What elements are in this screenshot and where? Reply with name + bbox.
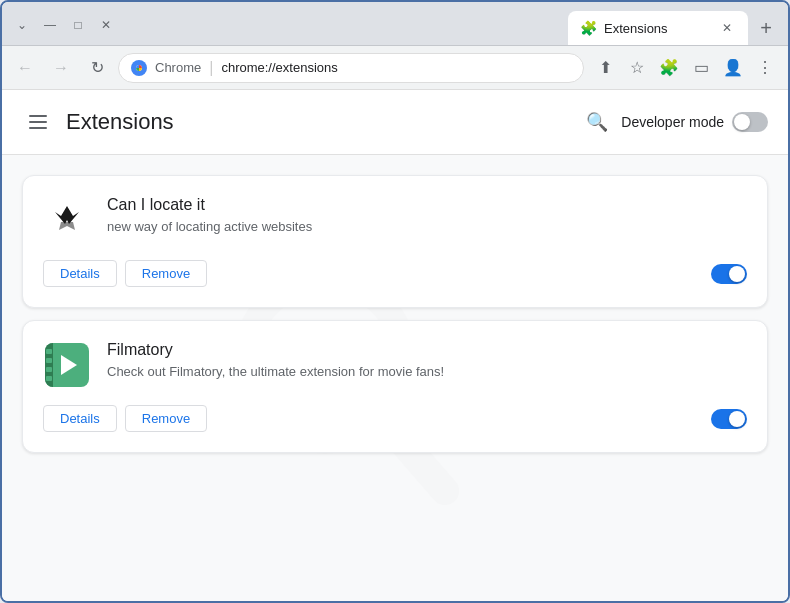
- reload-button[interactable]: ↻: [82, 53, 112, 83]
- film-hole: [46, 358, 52, 363]
- remove-button[interactable]: Remove: [125, 260, 207, 287]
- nav-actions: ⬆ ☆ 🧩 ▭ 👤 ⋮: [590, 53, 780, 83]
- browser-window: ⌄ — □ ✕ 🧩 Extensions ✕ + ← → ↻: [0, 0, 790, 603]
- developer-mode-toggle[interactable]: [732, 112, 768, 132]
- tab-favicon-icon: 🧩: [580, 20, 596, 36]
- card-bottom: Details Remove: [43, 405, 747, 432]
- film-hole: [46, 367, 52, 372]
- play-icon: [61, 355, 77, 375]
- extension-icon: [43, 196, 91, 244]
- extension-card: Filmatory Check out Filmatory, the ultim…: [22, 320, 768, 453]
- extension-toggle[interactable]: [711, 409, 747, 429]
- address-separator: |: [209, 59, 213, 77]
- toggle-on-thumb: [729, 411, 745, 427]
- page-content: Extensions 🔍 Developer mode riaA.com: [2, 90, 788, 601]
- extension-icon: [43, 341, 91, 389]
- browser-name: Chrome: [155, 60, 201, 75]
- chrome-logo: [131, 60, 147, 76]
- tab-title: Extensions: [604, 21, 710, 36]
- dropdown-btn[interactable]: ⌄: [10, 13, 34, 37]
- title-bar: ⌄ — □ ✕ 🧩 Extensions ✕ +: [2, 2, 788, 46]
- minimize-btn[interactable]: —: [38, 13, 62, 37]
- extensions-header: Extensions 🔍 Developer mode: [2, 90, 788, 155]
- sidebar-icon[interactable]: ▭: [686, 53, 716, 83]
- hamburger-line-3: [29, 127, 47, 129]
- details-button[interactable]: Details: [43, 405, 117, 432]
- nav-bar: ← → ↻ Chrome | chrome://extensions ⬆ ☆ 🧩…: [2, 46, 788, 90]
- extension-toggle[interactable]: [711, 264, 747, 284]
- tab-close-icon[interactable]: ✕: [718, 19, 736, 37]
- search-button[interactable]: 🔍: [581, 106, 613, 138]
- forward-button[interactable]: →: [46, 53, 76, 83]
- hamburger-menu-button[interactable]: [22, 106, 54, 138]
- toggle-on-thumb: [729, 266, 745, 282]
- share-icon[interactable]: ⬆: [590, 53, 620, 83]
- extension-info: Filmatory Check out Filmatory, the ultim…: [107, 341, 747, 381]
- extensions-list: Can I locate it new way of locating acti…: [2, 155, 788, 473]
- new-tab-button[interactable]: +: [752, 14, 780, 42]
- developer-mode-label: Developer mode: [621, 114, 724, 130]
- toggle-thumb: [734, 114, 750, 130]
- browser-tab[interactable]: 🧩 Extensions ✕: [568, 11, 748, 45]
- film-hole: [46, 349, 52, 354]
- filmatory-icon: [45, 343, 89, 387]
- url-text: chrome://extensions: [221, 60, 337, 75]
- extension-description: Check out Filmatory, the ultimate extens…: [107, 363, 747, 381]
- card-bottom: Details Remove: [43, 260, 747, 287]
- bookmark-icon[interactable]: ☆: [622, 53, 652, 83]
- profile-icon[interactable]: 👤: [718, 53, 748, 83]
- menu-icon[interactable]: ⋮: [750, 53, 780, 83]
- maximize-btn[interactable]: □: [66, 13, 90, 37]
- address-bar[interactable]: Chrome | chrome://extensions: [118, 53, 584, 83]
- extension-name: Can I locate it: [107, 196, 747, 214]
- extension-description: new way of locating active websites: [107, 218, 747, 236]
- hamburger-line-1: [29, 115, 47, 117]
- back-button[interactable]: ←: [10, 53, 40, 83]
- film-hole: [46, 376, 52, 381]
- remove-button[interactable]: Remove: [125, 405, 207, 432]
- details-button[interactable]: Details: [43, 260, 117, 287]
- extensions-puzzle-icon[interactable]: 🧩: [654, 53, 684, 83]
- extension-info: Can I locate it new way of locating acti…: [107, 196, 747, 236]
- page-title: Extensions: [66, 109, 174, 135]
- extension-name: Filmatory: [107, 341, 747, 359]
- window-controls: ⌄ — □ ✕: [10, 13, 118, 37]
- card-top: Filmatory Check out Filmatory, the ultim…: [43, 341, 747, 389]
- hamburger-line-2: [29, 121, 47, 123]
- extension-card: Can I locate it new way of locating acti…: [22, 175, 768, 308]
- close-btn[interactable]: ✕: [94, 13, 118, 37]
- film-strip: [45, 343, 53, 387]
- card-top: Can I locate it new way of locating acti…: [43, 196, 747, 244]
